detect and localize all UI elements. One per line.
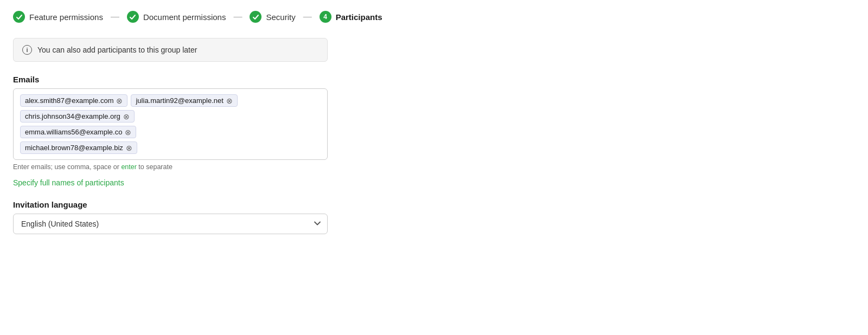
step-separator-2: — [233,12,242,22]
email-tag-2-value: julia.martin92@example.net [136,96,223,105]
email-tag-2-remove[interactable]: ⊗ [226,97,233,105]
email-row-1: alex.smith87@example.com ⊗ julia.martin9… [20,94,321,107]
step-participants[interactable]: 4 Participants [320,11,382,23]
number-icon-participants: 4 [320,11,331,23]
email-row-3: emma.williams56@example.co ⊗ [20,126,321,138]
email-tag-1[interactable]: alex.smith87@example.com ⊗ [20,94,127,107]
language-select-wrapper: English (United States)English (United K… [13,214,328,234]
check-icon-feature-permissions [13,11,25,23]
email-tag-3[interactable]: chris.johnson34@example.org ⊗ [20,110,135,123]
step-document-permissions[interactable]: Document permissions [127,11,226,23]
email-row-2: chris.johnson34@example.org ⊗ [20,110,321,123]
check-icon-security [250,11,261,23]
step-label-feature-permissions: Feature permissions [29,12,103,22]
step-security[interactable]: Security [250,11,295,23]
email-tag-3-remove[interactable]: ⊗ [123,113,130,120]
email-tag-1-remove[interactable]: ⊗ [116,97,123,105]
email-tag-5[interactable]: michael.brown78@example.biz ⊗ [20,141,137,154]
specify-names-link[interactable]: Specify full names of participants [13,178,124,187]
info-icon: i [22,45,32,55]
language-select[interactable]: English (United States)English (United K… [13,214,328,234]
email-tag-4-remove[interactable]: ⊗ [125,128,131,136]
step-separator-3: — [303,12,312,22]
step-label-security: Security [266,12,295,22]
email-tag-1-value: alex.smith87@example.com [25,96,113,105]
email-tag-4[interactable]: emma.williams56@example.co ⊗ [20,126,136,138]
email-tag-4-value: emma.williams56@example.co [25,128,122,136]
invitation-language-label: Invitation language [13,200,328,209]
email-tag-5-value: michael.brown78@example.biz [25,144,123,152]
step-label-participants: Participants [336,12,382,22]
check-icon-document-permissions [127,11,139,23]
helper-text: Enter emails; use comma, space or enter … [13,163,328,171]
emails-label: Emails [13,75,328,84]
form-section: Emails alex.smith87@example.com ⊗ julia.… [13,75,328,234]
enter-link[interactable]: enter [121,163,137,171]
stepper: Feature permissions — Document permissio… [13,11,855,23]
step-separator-1: — [111,12,119,22]
info-banner-text: You can also add participants to this gr… [37,46,197,54]
step-feature-permissions[interactable]: Feature permissions [13,11,103,23]
email-tags-container[interactable]: alex.smith87@example.com ⊗ julia.martin9… [13,88,328,160]
email-tag-3-value: chris.johnson34@example.org [25,112,120,120]
step-label-document-permissions: Document permissions [143,12,226,22]
email-tag-5-remove[interactable]: ⊗ [126,144,132,152]
email-row-4: michael.brown78@example.biz ⊗ [20,141,321,154]
info-banner: i You can also add participants to this … [13,38,328,62]
email-tag-2[interactable]: julia.martin92@example.net ⊗ [131,94,237,107]
